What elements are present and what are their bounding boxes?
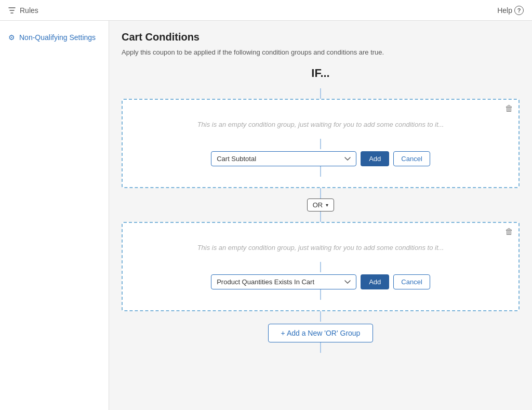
filter-icon [8,7,16,14]
group1-condition-select[interactable]: Cart Subtotal Cart Total Item Count Prod… [211,151,356,166]
page-title: Cart Conditions [122,31,520,43]
top-bar: Rules Help ? [0,0,532,21]
group2-condition-select[interactable]: Cart Subtotal Cart Total Item Count Prod… [211,274,356,289]
sidebar: ⚙ Non-Qualifying Settings [0,21,109,410]
connector-line [320,166,321,177]
group2-add-button[interactable]: Add [361,274,389,289]
gear-icon: ⚙ [8,33,15,42]
top-bar-left: Rules [8,6,38,15]
delete-group1-icon[interactable]: 🗑 [505,104,513,113]
group2-connector-bottom [133,289,508,300]
add-or-group-area: + Add a New 'OR' Group [122,324,520,342]
connector-line [320,188,321,199]
connector-line [320,342,321,353]
delete-group2-icon[interactable]: 🗑 [505,227,513,236]
connector-line [320,311,321,322]
condition-group-2: 🗑 This is an empty condition group, just… [122,222,520,311]
page-description: Apply this coupon to be applied if the f… [122,48,520,56]
connector-between-1 [122,188,520,199]
connector-line [320,262,321,272]
connector-line [320,289,321,300]
sidebar-item-label: Non-Qualifying Settings [19,33,96,42]
help-label: Help [497,6,512,15]
group1-add-button[interactable]: Add [361,151,389,166]
if-label: IF... [122,67,520,80]
sidebar-item-non-qualifying[interactable]: ⚙ Non-Qualifying Settings [0,29,109,46]
main-layout: ⚙ Non-Qualifying Settings Cart Condition… [0,21,532,410]
connector-line [320,88,321,99]
add-or-group-button[interactable]: + Add a New 'OR' Group [268,324,374,342]
connector-top [122,88,520,99]
or-badge[interactable]: OR ▾ [307,199,335,211]
connector-after-add-or [122,342,520,353]
help-icon[interactable]: ? [514,6,524,15]
group2-add-row: Cart Subtotal Cart Total Item Count Prod… [133,274,508,289]
condition-group-1: 🗑 This is an empty condition group, just… [122,99,520,188]
group1-cancel-button[interactable]: Cancel [393,151,430,166]
content-area: Cart Conditions Apply this coupon to be … [109,21,532,410]
rules-label: Rules [20,6,38,15]
group1-empty-text: This is an empty condition group, just w… [133,110,508,128]
help-area[interactable]: Help ? [497,6,524,15]
group2-cancel-button[interactable]: Cancel [393,274,430,289]
connector-line [320,139,321,149]
group1-connector-top [133,139,508,149]
connector-line [320,211,321,222]
or-divider: OR ▾ [122,199,520,211]
group1-add-row: Cart Subtotal Cart Total Item Count Prod… [133,151,508,166]
group2-empty-text: This is an empty condition group, just w… [133,233,508,252]
group1-connector-bottom [133,166,508,177]
chevron-down-icon: ▾ [326,202,328,208]
group2-connector-top [133,262,508,272]
connector-between-2 [122,211,520,222]
or-label: OR [313,201,323,209]
connector-before-add-or [122,311,520,322]
